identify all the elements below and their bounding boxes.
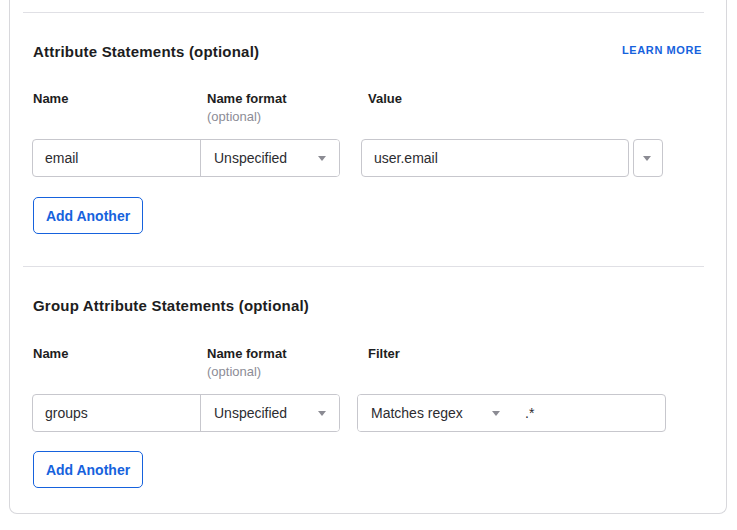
column-header-name: Name (33, 91, 68, 106)
group-attribute-statements-title: Group Attribute Statements (optional) (33, 297, 309, 314)
add-another-group-attribute-button[interactable]: Add Another (33, 451, 143, 488)
saml-settings-card: Attribute Statements (optional) LEARN MO… (9, 0, 727, 514)
chevron-down-icon (318, 156, 326, 161)
column-header-name: Name (33, 346, 68, 361)
attribute-name-group: Unspecified (32, 139, 340, 177)
group-filter-type-select[interactable]: Matches regex (358, 395, 513, 431)
section-divider (23, 266, 704, 267)
section-divider (23, 12, 704, 13)
group-name-input[interactable] (33, 395, 200, 431)
attribute-statements-title: Attribute Statements (optional) (33, 43, 259, 60)
column-header-name-format-optional: (optional) (207, 364, 261, 379)
chevron-down-icon (643, 156, 651, 161)
chevron-down-icon (318, 411, 326, 416)
attribute-value-dropdown-button[interactable] (633, 139, 663, 177)
attribute-value-input[interactable] (361, 139, 629, 177)
column-header-name-format-optional: (optional) (207, 109, 261, 124)
attribute-name-format-select[interactable]: Unspecified (200, 140, 339, 176)
group-name-format-select[interactable]: Unspecified (200, 395, 339, 431)
group-name-group: Unspecified (32, 394, 340, 432)
group-name-format-value: Unspecified (214, 405, 287, 421)
group-filter-value-input[interactable] (513, 395, 665, 431)
column-header-name-format: Name format (207, 91, 286, 106)
attribute-name-format-value: Unspecified (214, 150, 287, 166)
column-header-value: Value (368, 91, 402, 106)
column-header-name-format: Name format (207, 346, 286, 361)
group-filter-type-value: Matches regex (371, 405, 463, 421)
chevron-down-icon (492, 411, 500, 416)
group-filter-group: Matches regex (357, 394, 666, 432)
attribute-name-input[interactable] (33, 140, 200, 176)
column-header-filter: Filter (368, 346, 400, 361)
learn-more-link[interactable]: LEARN MORE (622, 44, 702, 56)
add-another-attribute-button[interactable]: Add Another (33, 197, 143, 234)
